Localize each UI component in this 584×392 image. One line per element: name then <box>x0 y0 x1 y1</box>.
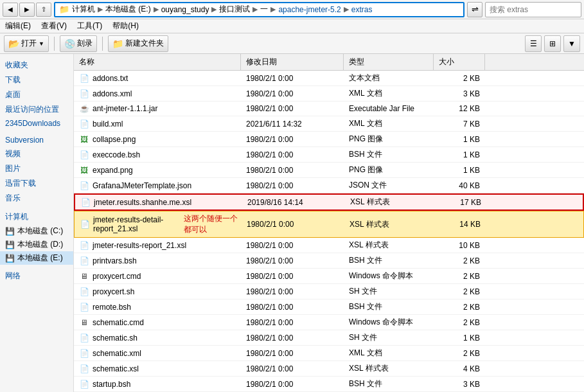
drive-c-icon: 💾 <box>5 227 15 236</box>
file-type: XSL 样式表 <box>345 195 435 209</box>
burn-button[interactable]: 💿 刻录 <box>60 35 97 52</box>
file-annotation: 这两个随便一个都可以 <box>184 213 239 235</box>
menu-tools[interactable]: 工具(T) <box>75 20 105 32</box>
back-button[interactable]: ◀ <box>3 3 18 17</box>
main-layout: 收藏夹 下载 桌面 最近访问的位置 2345Downloads Subversi… <box>0 54 584 392</box>
file-icon-xsl: 📄 <box>80 219 90 229</box>
open-button[interactable]: 📂 打开 ▼ <box>4 35 49 52</box>
table-row[interactable]: 📄remote.bsh1980/2/1 0:00BSH 文件2 KB <box>74 299 584 315</box>
table-row[interactable]: 📄GrafanaJMeterTemplate.json1980/2/1 0:00… <box>74 178 584 193</box>
file-name-cell: 📄remote.bsh <box>74 300 241 314</box>
file-name-cell: 📄schematic.sh <box>74 331 241 345</box>
table-row[interactable]: 🖥schematic.cmd1980/2/1 0:00Windows 命令脚本2… <box>74 315 584 330</box>
view-options-button[interactable]: ▼ <box>563 35 580 52</box>
view-list-button[interactable]: ☰ <box>525 35 542 52</box>
table-row[interactable]: 📄jmeter.results.shanhe.me.xsl2019/8/16 1… <box>74 193 584 211</box>
address-bar: ◀ ▶ ⇧ 📁 计算机 ▶ 本地磁盘 (E:) ▶ ouyang_study ▶… <box>0 0 584 19</box>
sidebar-drive-e[interactable]: 💾 本地磁盘 (E:) <box>0 251 73 265</box>
sidebar-item-2345[interactable]: 2345Downloads <box>0 117 73 130</box>
file-name-cell: 📄jmeter-results-report_21.xsl <box>74 238 241 253</box>
file-modified: 1980/2/1 0:00 <box>241 239 344 252</box>
file-type: SH 文件 <box>344 330 434 345</box>
file-modified: 1980/2/1 0:00 <box>241 102 344 115</box>
toolbar-right: ☰ ⊞ ▼ <box>525 35 580 52</box>
table-row[interactable]: 📄schematic.xml1980/2/1 0:00XML 文档2 KB <box>74 346 584 361</box>
menu-view[interactable]: 查看(V) <box>39 20 69 32</box>
table-row[interactable]: 📄addons.txt1980/2/1 0:00文本文档2 KB <box>74 71 584 86</box>
file-name-cell: 📄addons.xml <box>74 87 241 101</box>
file-icon-xml: 📄 <box>79 119 89 129</box>
sidebar-drive-d[interactable]: 💾 本地磁盘 (D:) <box>0 238 73 251</box>
open-dropdown-icon: ▼ <box>39 40 44 47</box>
file-name: ant-jmeter-1.1.1.jar <box>93 104 157 113</box>
sidebar-item-computer[interactable]: 计算机 <box>0 209 73 224</box>
col-header-type[interactable]: 类型 <box>344 54 434 70</box>
file-modified: 1980/2/1 0:00 <box>241 164 344 177</box>
file-icon-sh: 📄 <box>79 333 89 343</box>
col-header-modified[interactable]: 修改日期 <box>241 54 344 70</box>
table-row[interactable]: 📄printvars.bsh1980/2/1 0:00BSH 文件2 KB <box>74 253 584 269</box>
sidebar-item-recent[interactable]: 最近访问的位置 <box>0 102 73 117</box>
refresh-button[interactable]: ⇌ <box>467 2 482 17</box>
table-row[interactable]: 🖼collapse.png1980/2/1 0:00PNG 图像1 KB <box>74 132 584 147</box>
file-modified: 1980/2/1 0:00 <box>242 218 344 231</box>
menu-edit[interactable]: 编辑(E) <box>3 20 33 32</box>
table-row[interactable]: 🖥proxycert.cmd1980/2/1 0:00Windows 命令脚本2… <box>74 269 584 284</box>
sidebar-item-pictures[interactable]: 图片 <box>0 161 73 176</box>
sidebar-item-desktop[interactable]: 桌面 <box>0 87 73 102</box>
file-type: XSL 样式表 <box>344 238 434 253</box>
sidebar-drive-c[interactable]: 💾 本地磁盘 (C:) <box>0 224 73 238</box>
sidebar-item-favorites[interactable]: 收藏夹 <box>0 58 73 73</box>
sidebar-item-videos[interactable]: 视频 <box>0 147 73 161</box>
table-row[interactable]: 📄startup.bsh1980/2/1 0:00BSH 文件3 KB <box>74 377 584 392</box>
file-icon-bsh: 📄 <box>79 302 89 312</box>
burn-icon: 💿 <box>64 39 75 49</box>
table-row[interactable]: 📄proxycert.sh1980/2/1 0:00SH 文件2 KB <box>74 284 584 299</box>
file-name-cell: 📄jmeter.results.shanhe.me.xsl <box>75 195 242 209</box>
table-row[interactable]: 📄addons.xml1980/2/1 0:00XML 文档3 KB <box>74 86 584 102</box>
col-header-size[interactable]: 大小 <box>434 54 485 70</box>
path-api: 接口测试 <box>219 4 250 15</box>
sidebar-item-thunder[interactable]: 迅雷下载 <box>0 176 73 191</box>
table-row[interactable]: ☕ant-jmeter-1.1.1.jar1980/2/1 0:00Execut… <box>74 102 584 116</box>
path-breadcrumb[interactable]: 📁 计算机 ▶ 本地磁盘 (E:) ▶ ouyang_study ▶ 接口测试 … <box>54 2 465 17</box>
forward-button[interactable]: ▶ <box>19 3 35 17</box>
file-modified: 1980/2/1 0:00 <box>241 87 344 100</box>
file-size: 2 KB <box>434 72 485 85</box>
file-type: Executable Jar File <box>344 102 434 115</box>
view-icons-button[interactable]: ⊞ <box>544 35 561 52</box>
file-name: startup.bsh <box>93 380 130 389</box>
table-row[interactable]: 📄build.xml2021/6/11 14:32XML 文档7 KB <box>74 116 584 132</box>
file-size: 40 KB <box>434 179 485 192</box>
sidebar-item-downloads[interactable]: 下载 <box>0 73 73 87</box>
sidebar-item-subversion[interactable]: Subversion <box>0 134 73 147</box>
new-folder-button[interactable]: 📁 新建文件夹 <box>108 35 168 52</box>
sidebar-item-music[interactable]: 音乐 <box>0 191 73 206</box>
file-name: proxycert.cmd <box>93 272 141 281</box>
file-modified: 1980/2/1 0:00 <box>241 316 344 329</box>
menu-help[interactable]: 帮助(H) <box>110 20 141 32</box>
table-row[interactable]: 🖼expand.png1980/2/1 0:00PNG 图像1 KB <box>74 163 584 178</box>
sidebar-item-network[interactable]: 网络 <box>0 269 73 283</box>
table-row[interactable]: 📄jmeter-results-report_21.xsl1980/2/1 0:… <box>74 238 584 253</box>
file-type: XSL 样式表 <box>344 217 434 232</box>
file-size: 3 KB <box>434 87 485 100</box>
file-name: schematic.sh <box>93 334 137 343</box>
file-name: GrafanaJMeterTemplate.json <box>93 181 191 190</box>
path-study: ouyang_study <box>161 5 209 14</box>
table-row[interactable]: 📄schematic.sh1980/2/1 0:00SH 文件1 KB <box>74 330 584 346</box>
file-modified: 1980/2/1 0:00 <box>241 347 344 360</box>
file-name-cell: 📄addons.txt <box>74 71 241 85</box>
table-row[interactable]: 📄execcode.bsh1980/2/1 0:00BSH 文件1 KB <box>74 147 584 163</box>
table-row[interactable]: 📄jmeter-results-detail-report_21.xsl这两个随… <box>74 211 584 238</box>
file-type: JSON 文件 <box>344 178 434 193</box>
file-name: addons.xml <box>93 89 132 98</box>
file-size: 2 KB <box>434 301 485 314</box>
file-type: BSH 文件 <box>344 253 434 268</box>
file-icon-xsl: 📄 <box>79 240 89 251</box>
table-row[interactable]: 📄schematic.xsl1980/2/1 0:00XSL 样式表4 KB <box>74 361 584 377</box>
col-header-name[interactable]: 名称 <box>74 54 241 70</box>
search-input[interactable] <box>485 2 581 17</box>
file-modified: 2021/6/11 14:32 <box>241 118 344 130</box>
up-button[interactable]: ⇧ <box>36 3 51 17</box>
